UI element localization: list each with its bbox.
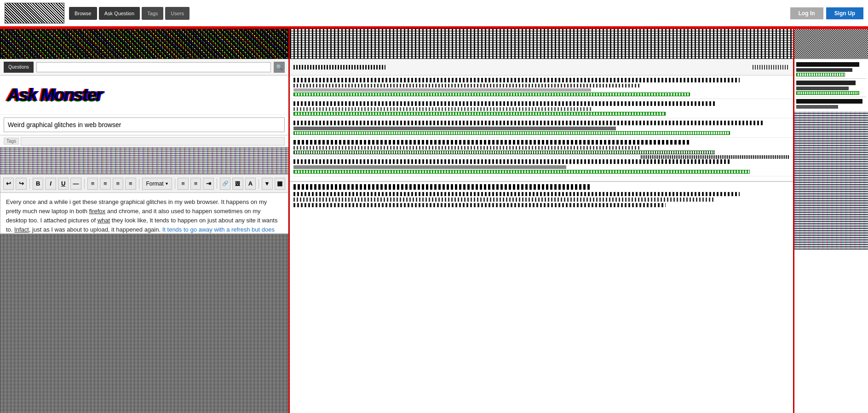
redo-button[interactable]: ↪ (16, 178, 26, 190)
title-input-wrapper (0, 115, 288, 135)
thread-item-4 (290, 138, 793, 157)
bold-button[interactable]: B (33, 178, 43, 190)
far-right-bottom-glitch (794, 111, 868, 413)
register-button[interactable]: Sign Up (826, 7, 863, 19)
left-glitch-header (0, 29, 288, 59)
site-title-area: Ask Monster (0, 76, 288, 115)
thread-4-right (641, 155, 789, 159)
toolbar-sep-2 (84, 179, 85, 189)
fr-green-1 (796, 73, 845, 76)
justify-button[interactable]: ≡ (125, 178, 136, 190)
align-right-button[interactable]: ≡ (113, 178, 123, 190)
top-nav: Browse Ask Question Tags Users (69, 7, 786, 20)
left-panel: Questions 🔍 Ask Monster Tags ↩ ↪ B (0, 29, 290, 413)
toolbar-sep-6 (259, 179, 259, 189)
sub-nav: Questions 🔍 (0, 59, 288, 76)
editor-body[interactable]: Every once and a while i get these stran… (0, 192, 288, 234)
glitch-pattern-editor (0, 147, 288, 174)
fr-line-5 (796, 99, 862, 104)
site-logo[interactable] (5, 3, 64, 23)
fr-divider-1 (796, 78, 866, 79)
fr-green-2 (796, 91, 859, 95)
align-center-button[interactable]: ≡ (100, 178, 110, 190)
thread-1-meta (293, 84, 641, 87)
thread-4-meta (293, 146, 641, 150)
main-content: Questions 🔍 Ask Monster Tags ↩ ↪ B (0, 29, 868, 413)
right-glitch-top (290, 29, 793, 59)
right-sub-label (293, 65, 385, 70)
thread-1-title-line (293, 78, 740, 82)
fr-line-6 (796, 105, 838, 109)
right-sub-header (290, 59, 793, 76)
fr-line-2 (796, 68, 852, 72)
breadcrumb-btn[interactable]: Questions (4, 62, 34, 73)
thread-4-title-line (293, 140, 690, 145)
related-area (290, 181, 793, 211)
ol-button[interactable]: ≡ (190, 178, 201, 190)
tags-row: Tags (0, 135, 288, 147)
thread-3-green (293, 131, 730, 135)
login-button[interactable]: Log In (790, 7, 823, 19)
related-2 (293, 198, 715, 202)
fr-line-3 (796, 81, 856, 85)
nav-users[interactable]: Users (165, 7, 190, 20)
far-right-panel (794, 29, 868, 413)
toolbar-sep-1 (29, 179, 30, 189)
editor-glitch-header (0, 147, 288, 174)
far-right-glitch-top (794, 29, 868, 59)
thread-list (290, 59, 793, 413)
nav-ask[interactable]: Ask Question (99, 7, 140, 20)
right-sort-label (753, 65, 789, 70)
thread-3-title-line (293, 121, 765, 125)
link-what: what (98, 217, 110, 224)
site-title: Ask Monster (7, 85, 102, 105)
align-left-button[interactable]: ≡ (87, 178, 98, 190)
more-button[interactable]: ▾ (262, 178, 272, 190)
related-1 (293, 192, 740, 196)
italic-button[interactable]: I (45, 178, 56, 190)
strikethrough-button[interactable]: — (70, 178, 81, 190)
bottom-glitch-area (0, 234, 288, 413)
thread-item-3 (290, 118, 793, 138)
fr-divider-2 (796, 97, 866, 97)
link-button[interactable]: 🔗 (220, 178, 230, 190)
thread-5-green (293, 170, 750, 174)
ul-button[interactable]: ≡ (178, 178, 188, 190)
toolbar-sep-5 (217, 179, 217, 189)
colored-text: It tends to go away with a refresh but d… (6, 226, 275, 234)
thread-4-green (293, 151, 715, 154)
toolbar-sep-4 (175, 179, 175, 189)
thread-item-5 (290, 157, 793, 176)
underline-button[interactable]: U (58, 178, 69, 190)
thread-5-meta (293, 165, 566, 169)
image-button[interactable]: 🖼 (232, 178, 243, 190)
thread-3-meta (293, 127, 616, 130)
far-right-threads (794, 59, 868, 111)
thread-2-meta (293, 107, 591, 111)
thread-1-sub (293, 88, 591, 92)
toolbar-sep-3 (139, 179, 139, 189)
far-right-glitch (794, 29, 868, 59)
thread-2-green (293, 112, 666, 116)
nav-browse[interactable]: Browse (69, 7, 97, 20)
indent-button[interactable]: ⇥ (203, 178, 213, 190)
format-dropdown[interactable]: Format ▾ (142, 178, 172, 190)
thread-5-title-line (293, 159, 730, 164)
fr-line-4 (796, 87, 849, 90)
thread-item-2 (290, 99, 793, 118)
search-icon[interactable]: 🔍 (274, 62, 285, 73)
far-right-stripes (794, 111, 868, 250)
tags-input[interactable] (21, 137, 285, 145)
glitch-pattern-top (0, 29, 288, 59)
sub-nav-search[interactable] (36, 62, 271, 72)
link-infact: Infact (14, 226, 29, 233)
top-bar: Browse Ask Question Tags Users Log In Si… (0, 0, 868, 28)
font-color-button[interactable]: A (245, 178, 256, 190)
glitch-image (0, 234, 288, 413)
thread-2-title-line (293, 101, 715, 106)
question-title-input[interactable] (4, 117, 285, 132)
nav-tags[interactable]: Tags (142, 7, 163, 20)
table-button[interactable]: ▦ (275, 178, 285, 190)
related-3 (293, 203, 666, 207)
undo-button[interactable]: ↩ (3, 178, 14, 190)
